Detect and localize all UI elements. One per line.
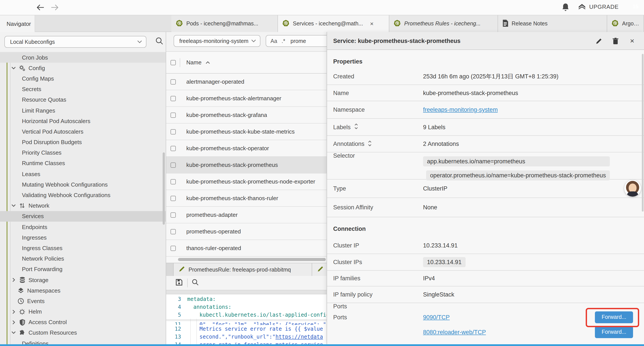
table-horizontal-scrollbar[interactable] (178, 258, 326, 261)
table-row[interactable]: kube-prometheus-stack-alertmanager (166, 90, 327, 107)
upgrade-button[interactable]: UPGRADE (578, 3, 618, 10)
namespace-select[interactable]: freeleaps-monitoring-system (174, 35, 260, 47)
row-label-text: Created (333, 73, 354, 80)
back-button[interactable] (35, 2, 46, 13)
row-checkbox[interactable] (170, 212, 176, 217)
table-row[interactable]: kube-prometheus-stack-thanos-ruler (166, 190, 327, 207)
editor-tab-1[interactable]: PrometheusRule: freeleaps-prod-rabbitmq (173, 263, 312, 276)
forward-button[interactable]: Forward... (595, 326, 633, 338)
yaml-editor[interactable]: 3metadata:4annotations:5kubectl.kubernet… (166, 294, 327, 344)
select-all-checkbox[interactable] (170, 60, 176, 65)
sidebar-item-storage[interactable]: Storage (0, 275, 166, 285)
sidebar-scrollbar[interactable] (163, 152, 165, 225)
row-checkbox[interactable] (170, 196, 176, 201)
sidebar-item-validating-webhook-configurations[interactable]: Validating Webhook Configurations (0, 190, 166, 200)
row-checkbox[interactable] (170, 229, 176, 234)
editor-tab-2[interactable] (312, 263, 327, 276)
port-link[interactable]: 9090/TCP (423, 314, 450, 320)
minimize-window-button[interactable] (15, 4, 20, 9)
service-name: kube-prometheus-stack-kube-state-metrics (186, 128, 294, 135)
cluster-tab-5[interactable]: Argo Se (607, 15, 644, 32)
save-icon[interactable] (175, 278, 183, 288)
row-checkbox[interactable] (170, 112, 176, 118)
cluster-tab-2[interactable]: Services - icecheng@math...× (278, 15, 389, 32)
table-row[interactable]: prometheus-adapter (166, 207, 327, 223)
sidebar-item-ingresses[interactable]: Ingresses (0, 232, 166, 243)
delete-trash-icon[interactable] (612, 37, 620, 45)
row-checkbox[interactable] (170, 129, 176, 134)
row-checkbox[interactable] (170, 246, 176, 251)
table-row[interactable]: kube-prometheus-stack-grafana (166, 107, 327, 123)
table-row[interactable]: kube-prometheus-stack-operator (166, 140, 327, 157)
sidebar-item-resource-quotas[interactable]: Resource Quotas (0, 95, 166, 105)
sidebar-item-custom-resources[interactable]: Custom Resources (0, 328, 166, 338)
code-line: 4annotations: (166, 303, 327, 311)
sidebar-item-network[interactable]: Network (0, 200, 166, 211)
sort-updown-icon[interactable] (368, 140, 372, 147)
row-checkbox[interactable] (170, 146, 176, 151)
table-row[interactable]: kube-prometheus-stack-prometheus-node-ex… (166, 173, 327, 190)
row-checkbox[interactable] (170, 79, 176, 84)
sidebar-item-horizontal-pod-autoscalers[interactable]: Horizontal Pod Autoscalers (0, 116, 166, 126)
row-checkbox[interactable] (170, 96, 176, 101)
sidebar-item-network-policies[interactable]: Network Policies (0, 253, 166, 264)
port-link[interactable]: 8080:reloader-web/TCP (423, 329, 486, 335)
tab-close-icon[interactable]: × (370, 20, 374, 27)
sidebar-item-limit-ranges[interactable]: Limit Ranges (0, 105, 166, 116)
sidebar-item-ingress-classes[interactable]: Ingress Classes (0, 243, 166, 253)
sidebar-item-pod-disruption-budgets[interactable]: Pod Disruption Budgets (0, 137, 166, 147)
match-case-toggle[interactable]: Aa (270, 38, 277, 44)
close-window-button[interactable] (7, 4, 12, 9)
edit-pencil-icon[interactable] (595, 37, 603, 45)
sidebar-item-config[interactable]: Config (0, 63, 166, 73)
line-text: kubectl.kubernetes.io/last-applied-confi… (187, 311, 327, 319)
sidebar-item-leases[interactable]: Leases (0, 169, 166, 179)
sidebar-item-access-control[interactable]: Access Control (0, 317, 166, 327)
regex-toggle[interactable]: .* (282, 38, 286, 44)
cluster-tab-1[interactable]: Pods - icecheng@mathmas... (172, 15, 278, 32)
sidebar-item-port-forwarding[interactable]: Port Forwarding (0, 264, 166, 275)
assistant-avatar[interactable] (624, 180, 641, 197)
sidebar-item-cron-jobs[interactable]: Cron Jobs (0, 52, 166, 63)
sidebar-item-namespaces[interactable]: Namespaces (0, 285, 166, 296)
navigator-panel-tab[interactable]: Navigator (0, 15, 35, 32)
line-text: error rate in freeleaps metrics service (187, 341, 323, 344)
namespace-link[interactable]: freeleaps-monitoring-system (423, 106, 498, 113)
sidebar-item-mutating-webhook-configurations[interactable]: Mutating Webhook Configurations (0, 179, 166, 190)
zoom-window-button[interactable] (24, 4, 29, 9)
table-row[interactable]: kube-prometheus-stack-kube-state-metrics (166, 123, 327, 140)
table-row[interactable]: prometheus-operated (166, 223, 327, 240)
notification-count-badge[interactable]: 15 (630, 1, 640, 11)
sidebar-item-vertical-pod-autoscalers[interactable]: Vertical Pod Autoscalers (0, 126, 166, 137)
table-row[interactable]: alertmanager-operated (166, 74, 327, 90)
sidebar-item-events[interactable]: Events (0, 296, 166, 306)
sidebar-item-label: Mutating Webhook Configurations (22, 181, 108, 188)
kubeconfig-select[interactable]: Local Kubeconfigs (4, 36, 146, 48)
row-checkbox[interactable] (170, 179, 176, 184)
name-column-header[interactable]: Name (186, 59, 210, 66)
search-input[interactable]: Aa .* prome (266, 35, 332, 47)
sidebar-item-config-maps[interactable]: Config Maps (0, 73, 166, 84)
sidebar-item-definitions[interactable]: Definitions (0, 338, 166, 344)
notifications-bell-icon[interactable] (561, 3, 570, 12)
sidebar-item-helm[interactable]: Helm (0, 306, 166, 317)
panel-scrollbar[interactable] (642, 54, 644, 212)
table-row[interactable]: kube-prometheus-stack-prometheus (166, 157, 327, 173)
cluster-tab-4[interactable]: Release Notes (498, 15, 607, 32)
sidebar-item-runtime-classes[interactable]: Runtime Classes (0, 158, 166, 169)
list-toolbar: freeleaps-monitoring-system Aa .* prome (166, 32, 327, 52)
sort-updown-icon[interactable] (354, 123, 358, 130)
sidebar-item-services[interactable]: Services (0, 211, 166, 222)
sidebar-item-secrets[interactable]: Secrets (0, 84, 166, 94)
row-checkbox[interactable] (170, 162, 176, 168)
service-name: prometheus-adapter (186, 212, 238, 218)
cluster-tab-3[interactable]: Prometheus Rules - icecheng... (389, 15, 498, 32)
table-row[interactable]: thanos-ruler-operated (166, 240, 327, 257)
code-link[interactable]: https://netdata (276, 334, 323, 340)
forward-button[interactable] (50, 2, 60, 13)
close-icon[interactable]: × (628, 37, 636, 45)
sidebar-item-endpoints[interactable]: Endpoints (0, 222, 166, 232)
sidebar-search-icon[interactable] (155, 37, 164, 47)
editor-search-icon[interactable] (192, 278, 199, 288)
sidebar-item-priority-classes[interactable]: Priority Classes (0, 147, 166, 158)
